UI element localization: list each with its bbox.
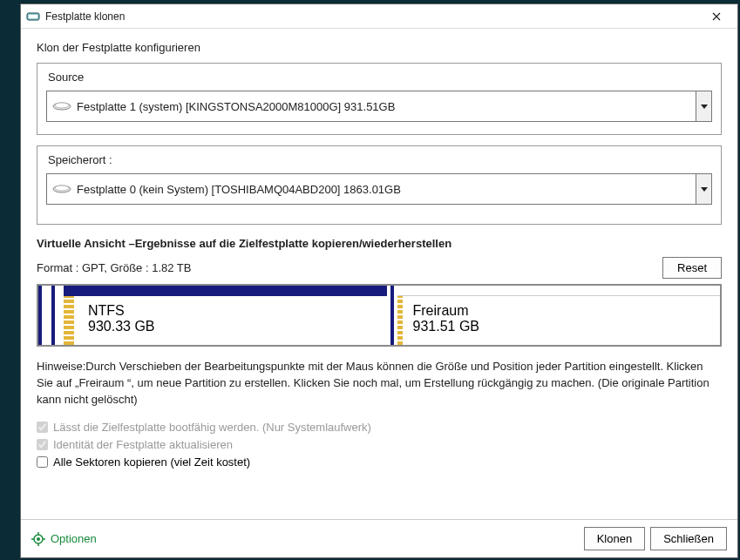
partition-ntfs[interactable]: NTFS 930.33 GB bbox=[64, 286, 387, 345]
options-checkboxes: Lässt die Zielfestplatte bootfähig werde… bbox=[37, 421, 722, 469]
partition-stripe bbox=[38, 286, 42, 345]
window-title: Festplatte klonen bbox=[45, 10, 701, 23]
partition-header-bar bbox=[397, 286, 721, 296]
checkbox-allsectors-label: Alle Sektoren kopieren (viel Zeit kostet… bbox=[53, 455, 250, 469]
dialog-window: Festplatte klonen Klon der Festplatte ko… bbox=[20, 3, 738, 558]
dialog-subtitle: Klon der Festplatte konfigurieren bbox=[37, 41, 722, 54]
source-label: Source bbox=[48, 71, 712, 84]
partition-gap bbox=[45, 286, 48, 345]
format-row: Format : GPT, Größe : 1.82 TB Reset bbox=[37, 257, 722, 279]
dialog-footer: Optionen Klonen Schließen bbox=[21, 519, 737, 557]
checkbox-identity-label: Identität der Festplatte aktualisieren bbox=[53, 438, 233, 451]
partition-size: 931.51 GB bbox=[413, 319, 480, 334]
checkbox-allsectors-input[interactable] bbox=[37, 456, 48, 468]
checkbox-identity-input bbox=[37, 439, 48, 450]
partition-texts: Freiraum 931.51 GB bbox=[413, 303, 480, 334]
dropdown-arrow-icon[interactable] bbox=[696, 174, 711, 204]
title-bar: Festplatte klonen bbox=[21, 4, 737, 29]
disk-icon bbox=[52, 100, 71, 112]
reset-button[interactable]: Reset bbox=[662, 257, 722, 279]
close-button[interactable] bbox=[701, 4, 732, 29]
partition-size: 930.33 GB bbox=[88, 319, 155, 334]
options-link[interactable]: Optionen bbox=[31, 532, 579, 546]
app-icon bbox=[26, 10, 40, 24]
partition-texts: NTFS 930.33 GB bbox=[88, 303, 155, 334]
partition-name: NTFS bbox=[88, 303, 155, 319]
svg-rect-1 bbox=[29, 15, 37, 18]
hint-text: Hinweise:Durch Verschieben der Bearbeitu… bbox=[37, 359, 722, 408]
partition-stripe bbox=[51, 286, 55, 345]
target-group: Speicherort : Festplatte 0 (kein System)… bbox=[37, 145, 722, 225]
source-group: Source Festplatte 1 (system) [KINGSTONSA… bbox=[37, 63, 722, 135]
partition-divider[interactable] bbox=[390, 286, 394, 345]
partition-free[interactable]: Freiraum 931.51 GB bbox=[397, 286, 721, 345]
clone-button[interactable]: Klonen bbox=[584, 527, 645, 550]
svg-point-5 bbox=[55, 186, 69, 191]
close-footer-button[interactable]: Schließen bbox=[650, 527, 727, 550]
svg-point-3 bbox=[55, 103, 69, 108]
gear-icon bbox=[31, 532, 45, 546]
checkbox-bootable-input bbox=[37, 422, 48, 433]
dropdown-arrow-icon[interactable] bbox=[696, 91, 711, 121]
target-selected-text: Festplatte 0 (kein System) [TOSHIBAMQ04A… bbox=[77, 183, 401, 196]
target-label: Speicherort : bbox=[48, 153, 712, 166]
source-dropdown[interactable]: Festplatte 1 (system) [KINGSTONSA2000M81… bbox=[46, 91, 712, 122]
disk-icon bbox=[52, 183, 71, 195]
preview-title: Virtuelle Ansicht –Ergebnisse auf die Zi… bbox=[37, 237, 722, 250]
partition-map[interactable]: NTFS 930.33 GB Freiraum 931.51 GB bbox=[37, 284, 722, 347]
partition-name: Freiraum bbox=[413, 303, 480, 319]
target-dropdown[interactable]: Festplatte 0 (kein System) [TOSHIBAMQ04A… bbox=[46, 173, 712, 205]
partition-header-bar bbox=[64, 286, 387, 296]
checkbox-bootable-label: Lässt die Zielfestplatte bootfähig werde… bbox=[53, 421, 371, 434]
checkbox-identity: Identität der Festplatte aktualisieren bbox=[37, 438, 722, 451]
checkbox-allsectors[interactable]: Alle Sektoren kopieren (viel Zeit kostet… bbox=[37, 455, 722, 469]
checkbox-bootable: Lässt die Zielfestplatte bootfähig werde… bbox=[37, 421, 722, 434]
partition-gap bbox=[58, 286, 60, 345]
format-text: Format : GPT, Größe : 1.82 TB bbox=[37, 261, 662, 274]
svg-point-7 bbox=[37, 537, 40, 541]
content-area: Klon der Festplatte konfigurieren Source… bbox=[21, 29, 737, 469]
options-label: Optionen bbox=[51, 532, 97, 545]
source-selected-text: Festplatte 1 (system) [KINGSTONSA2000M81… bbox=[77, 100, 395, 113]
